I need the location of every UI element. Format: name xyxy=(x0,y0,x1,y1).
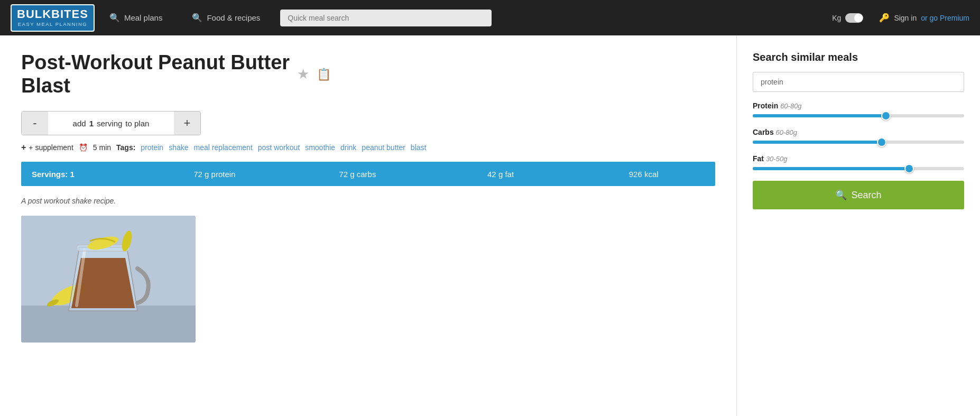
recipe-title-line1: Post-Workout Peanut Butter xyxy=(21,51,290,73)
increase-serving-button[interactable]: + xyxy=(174,112,200,135)
recipe-image xyxy=(21,216,196,343)
fat-slider-thumb[interactable] xyxy=(904,164,914,173)
tag-shake[interactable]: shake xyxy=(169,143,188,152)
search-icon-2: 🔍 xyxy=(192,13,202,23)
servings-display: Servings: 1 xyxy=(21,170,143,179)
kg-lb-toggle[interactable] xyxy=(845,13,863,23)
similar-meals-search-input[interactable] xyxy=(753,72,964,92)
supplement-badge: + + supplement xyxy=(21,143,73,152)
tag-smoothie[interactable]: smoothie xyxy=(305,143,335,152)
clock-icon: ⏰ xyxy=(79,143,88,152)
nav-food-recipes[interactable]: 🔍 Food & recipes xyxy=(177,0,275,35)
sign-in-link[interactable]: Sign in xyxy=(894,14,917,22)
search-similar-button[interactable]: 🔍 Search xyxy=(753,181,964,209)
sign-in-area: 🔑 Sign in or go Premium xyxy=(879,13,969,23)
add-to-plan-control: - add 1 serving to plan + xyxy=(21,111,201,135)
serving-label: serving xyxy=(97,119,122,128)
logo-title: BULKBITES xyxy=(17,8,88,20)
protein-display: 72 g protein xyxy=(143,170,286,179)
carbs-range: 60-80g xyxy=(776,128,797,136)
protein-slider-track xyxy=(753,114,964,117)
protein-slider-thumb[interactable] xyxy=(881,111,891,121)
carbs-display: 72 g carbs xyxy=(286,170,429,179)
tag-drink[interactable]: drink xyxy=(340,143,356,152)
fat-slider-fill xyxy=(753,167,909,170)
carbs-filter-label: Carbs 60-80g xyxy=(753,128,964,136)
search-btn-icon: 🔍 xyxy=(835,189,847,201)
favorite-star-icon[interactable]: ★ xyxy=(297,66,309,82)
similar-meals-title: Search similar meals xyxy=(753,51,964,63)
protein-filter-label: Protein 60-80g xyxy=(753,101,964,110)
carbs-slider-track xyxy=(753,141,964,144)
header: BULKBITES EASY MEAL PLANNING 🔍 Meal plan… xyxy=(0,0,980,35)
tag-peanut-butter[interactable]: peanut butter xyxy=(362,143,405,152)
kcal-display: 926 kcal xyxy=(572,170,715,179)
serving-quantity: 1 xyxy=(89,119,94,128)
carbs-slider-fill xyxy=(753,141,882,144)
tag-meal-replacement[interactable]: meal replacement xyxy=(194,143,253,152)
tag-blast[interactable]: blast xyxy=(411,143,427,152)
add-plan-display: add 1 serving to plan xyxy=(48,112,174,135)
quick-meal-search-input[interactable] xyxy=(280,10,492,26)
nav-meal-plans[interactable]: 🔍 Meal plans xyxy=(95,0,178,35)
smoothie-illustration xyxy=(21,216,196,343)
recipe-title-line2: Blast xyxy=(21,75,70,97)
note-icon[interactable]: 📋 xyxy=(317,68,331,81)
key-icon: 🔑 xyxy=(879,13,890,23)
main-content: Post-Workout Peanut Butter Blast ★ 📋 - a… xyxy=(0,35,980,416)
decrease-serving-button[interactable]: - xyxy=(22,112,48,135)
tag-protein[interactable]: protein xyxy=(141,143,163,152)
left-panel: Post-Workout Peanut Butter Blast ★ 📋 - a… xyxy=(0,35,737,416)
fat-slider-track xyxy=(753,167,964,170)
unit-label: Kg xyxy=(832,14,841,22)
supplement-label: + supplement xyxy=(29,143,73,152)
search-btn-label: Search xyxy=(851,190,881,201)
fat-display: 42 g fat xyxy=(429,170,572,179)
toggle-dot xyxy=(854,14,863,22)
tag-post-workout[interactable]: post workout xyxy=(258,143,300,152)
add-label: add xyxy=(73,119,86,128)
fat-filter-label: Fat 30-50g xyxy=(753,154,964,163)
nav-food-recipes-label: Food & recipes xyxy=(207,13,260,22)
right-panel: Search similar meals Protein 60-80g Carb… xyxy=(737,35,980,416)
to-plan-label: to plan xyxy=(125,119,149,128)
premium-link[interactable]: or go Premium xyxy=(921,14,969,22)
protein-range: 60-80g xyxy=(780,102,801,110)
supplement-icon: + xyxy=(21,143,26,152)
recipe-meta-row: + + supplement ⏰ 5 min Tags: protein sha… xyxy=(21,143,715,152)
nutrition-bar: Servings: 1 72 g protein 72 g carbs 42 g… xyxy=(21,162,715,186)
recipe-title-row: Post-Workout Peanut Butter Blast ★ 📋 xyxy=(21,51,715,97)
carbs-slider-thumb[interactable] xyxy=(877,137,886,147)
fat-range: 30-50g xyxy=(766,155,787,163)
prep-time: 5 min xyxy=(93,143,111,152)
unit-toggle-area: Kg xyxy=(832,13,863,23)
search-icon: 🔍 xyxy=(109,13,120,23)
recipe-description: A post workout shake recipe. xyxy=(21,197,715,205)
nav-meal-plans-label: Meal plans xyxy=(124,13,163,22)
tags-label: Tags: xyxy=(116,143,135,152)
logo-subtitle: EASY MEAL PLANNING xyxy=(18,21,88,27)
protein-slider-fill xyxy=(753,114,886,117)
logo[interactable]: BULKBITES EASY MEAL PLANNING xyxy=(11,4,95,32)
